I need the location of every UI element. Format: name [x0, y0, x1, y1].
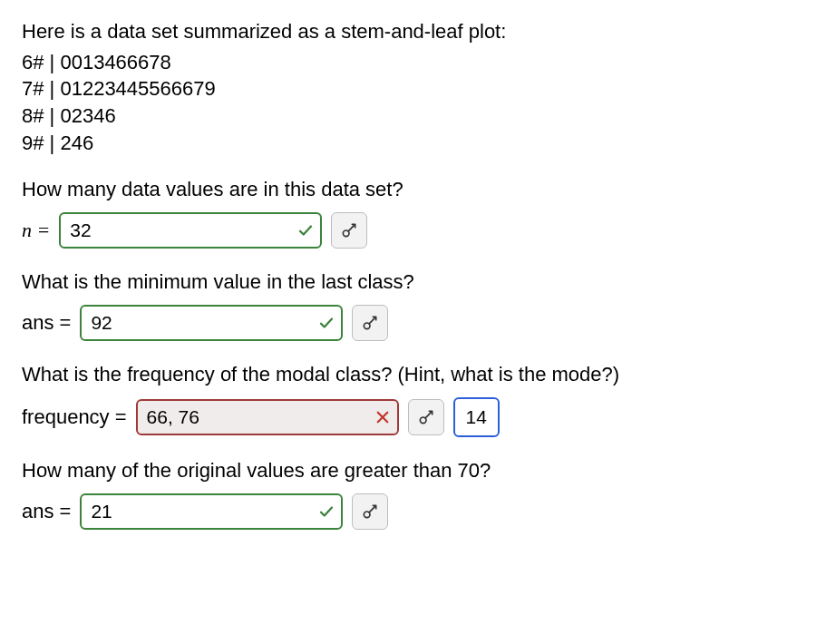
retry-button[interactable]: [352, 493, 388, 530]
frequency-label: frequency =: [22, 404, 127, 431]
stem-row: 7# | 01223445566679: [22, 75, 814, 102]
ans-label: ans =: [22, 498, 71, 525]
answer-input-min[interactable]: [80, 305, 343, 341]
stem-row: 9# | 246: [22, 130, 814, 157]
question-2-prompt: What is the minimum value in the last cl…: [22, 268, 814, 296]
question-4-answer-row: ans =: [22, 493, 814, 530]
question-4-prompt: How many of the original values are grea…: [22, 457, 814, 484]
answer-input-gt70[interactable]: [80, 493, 343, 530]
answer-input-wrap: [59, 212, 322, 249]
question-3-prompt: What is the frequency of the modal class…: [22, 361, 814, 388]
answer-input-wrap: [80, 305, 343, 341]
correct-answer-display: 14: [453, 397, 500, 437]
stem-leaf-plot: 6# | 0013466678 7# | 01223445566679 8# |…: [22, 49, 814, 157]
stem-row: 8# | 02346: [22, 102, 814, 130]
answer-input-wrap: [80, 493, 343, 530]
question-3-answer-row: frequency = 14: [22, 397, 814, 437]
retry-button[interactable]: [352, 305, 388, 341]
check-icon: [296, 221, 315, 239]
cross-icon: [374, 408, 392, 426]
question-1-prompt: How many data values are in this data se…: [22, 176, 814, 203]
question-1-answer-row: n =: [22, 212, 814, 249]
check-icon: [317, 503, 335, 521]
n-equals-label: n =: [22, 217, 50, 244]
retry-button[interactable]: [408, 399, 444, 435]
question-2-answer-row: ans =: [22, 305, 814, 341]
intro-text: Here is a data set summarized as a stem-…: [22, 18, 814, 45]
answer-input-n[interactable]: [59, 212, 322, 249]
answer-input-wrap: [136, 399, 399, 435]
ans-label: ans =: [22, 309, 71, 337]
retry-button[interactable]: [331, 212, 367, 249]
answer-input-frequency[interactable]: [136, 399, 399, 435]
stem-row: 6# | 0013466678: [22, 49, 814, 76]
check-icon: [317, 314, 335, 332]
